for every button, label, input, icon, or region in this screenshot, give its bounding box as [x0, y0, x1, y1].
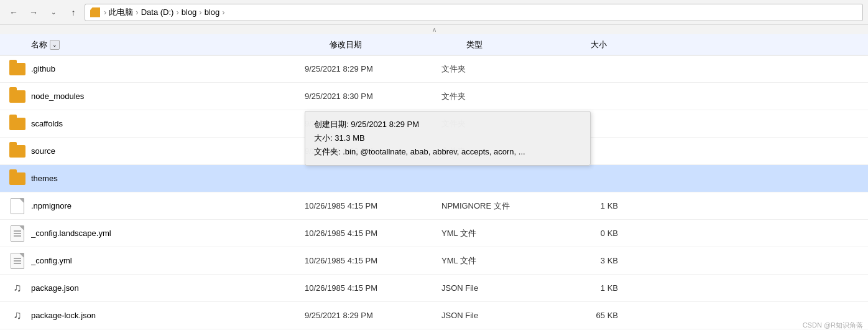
file-type: JSON File [441, 311, 566, 320]
sort-button[interactable]: ⌄ [50, 40, 60, 50]
file-row[interactable]: node_modules 9/25/2021 8:30 PM 文件夹 [0, 83, 868, 110]
breadcrumb-blog2[interactable]: blog [205, 7, 220, 17]
breadcrumb-drive[interactable]: Data (D:) [141, 7, 174, 17]
nav-bar: ← → ⌄ ↑ › 此电脑 › Data (D:) › blog › blog … [0, 0, 868, 25]
file-type: 文件夹 [441, 91, 566, 102]
file-size: 65 KB [566, 311, 628, 320]
tooltip-size: 大小: 31.3 MB [314, 131, 581, 145]
file-icon-folder [9, 88, 26, 105]
file-icon-file-lines [9, 252, 26, 270]
file-name: package.json [31, 283, 305, 293]
file-name: source [31, 146, 305, 156]
file-size: 1 KB [566, 201, 628, 210]
tooltip-contents: 文件夹: .bin, @tootallnate, abab, abbrev, a… [314, 145, 581, 159]
file-row[interactable]: .npmignore 10/26/1985 4:15 PM NPMIGNORE … [0, 192, 868, 220]
file-size: 0 KB [566, 229, 628, 238]
forward-button[interactable]: → [25, 4, 42, 21]
col-date-header[interactable]: 修改日期 [330, 39, 466, 50]
col-type-header[interactable]: 类型 [466, 39, 591, 50]
col-name-header[interactable]: 名称 ⌄ [31, 39, 330, 50]
file-type: YML 文件 [441, 255, 566, 267]
file-date: 9/25/2021 8:29 PM [305, 311, 441, 320]
file-date: 9/25/2021 8:30 PM [305, 92, 441, 101]
file-icon-folder [9, 60, 26, 78]
file-name: .github [31, 64, 305, 73]
breadcrumb-bar[interactable]: › 此电脑 › Data (D:) › blog › blog › [85, 4, 863, 21]
file-name: _config.yml [31, 256, 305, 265]
up-button[interactable]: ↑ [65, 4, 82, 21]
file-type: YML 文件 [441, 228, 566, 239]
file-icon-music: ♫ [9, 307, 26, 324]
file-icon-file-lines [9, 225, 26, 242]
file-row[interactable]: _config.landscape.yml 10/26/1985 4:15 PM… [0, 220, 868, 247]
file-name: .npmignore [31, 201, 305, 210]
file-row[interactable]: themes [0, 165, 868, 192]
file-date: 10/26/1985 4:15 PM [305, 201, 441, 210]
file-list: .github 9/25/2021 8:29 PM 文件夹 node_modul… [0, 55, 868, 329]
file-name: scaffolds [31, 119, 305, 128]
file-icon-folder [9, 143, 26, 160]
watermark: CSDN @R知识角落 [803, 321, 863, 330]
tooltip-create-date: 创建日期: 9/25/2021 8:29 PM [314, 118, 581, 131]
file-icon-file [9, 197, 26, 215]
col-size-header[interactable]: 大小 [591, 39, 653, 50]
file-row[interactable]: .github 9/25/2021 8:29 PM 文件夹 [0, 55, 868, 83]
back-button[interactable]: ← [5, 4, 22, 21]
file-name: node_modules [31, 92, 305, 101]
tooltip: 创建日期: 9/25/2021 8:29 PM 大小: 31.3 MB 文件夹:… [305, 111, 591, 166]
breadcrumb-folder-icon [90, 7, 100, 17]
file-date: 10/26/1985 4:15 PM [305, 283, 441, 293]
file-icon-folder [9, 170, 26, 187]
breadcrumb-pc[interactable]: 此电脑 [109, 7, 133, 18]
file-row[interactable]: ♫ package-lock.json 9/25/2021 8:29 PM JS… [0, 302, 868, 329]
file-name: themes [31, 174, 305, 183]
file-name: package-lock.json [31, 311, 305, 320]
file-date: 10/26/1985 4:15 PM [305, 256, 441, 265]
scroll-up-indicator: ∧ [0, 25, 868, 34]
file-size: 1 KB [566, 283, 628, 293]
file-type: NPMIGNORE 文件 [441, 201, 566, 212]
file-icon-folder [9, 115, 26, 133]
file-name: _config.landscape.yml [31, 229, 305, 238]
file-row[interactable]: ♫ package.json 10/26/1985 4:15 PM JSON F… [0, 275, 868, 302]
history-dropdown-button[interactable]: ⌄ [45, 4, 62, 21]
file-type: 文件夹 [441, 64, 566, 75]
column-headers: 名称 ⌄ 修改日期 类型 大小 [0, 34, 868, 55]
breadcrumb-blog1[interactable]: blog [182, 7, 197, 17]
file-date: 9/25/2021 8:29 PM [305, 64, 441, 73]
file-size: 3 KB [566, 256, 628, 265]
file-icon-music: ♫ [9, 280, 26, 297]
file-type: JSON File [441, 283, 566, 293]
file-date: 10/26/1985 4:15 PM [305, 229, 441, 238]
file-row[interactable]: _config.yml 10/26/1985 4:15 PM YML 文件 3 … [0, 247, 868, 275]
